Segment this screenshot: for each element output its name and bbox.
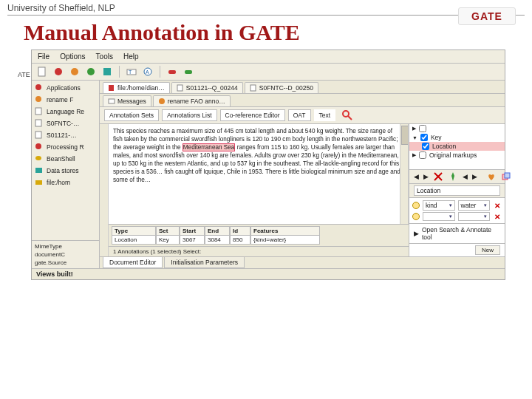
annotation-row[interactable]: Location Key 3067 3084 850 {kind=water}	[112, 236, 406, 245]
search-icon[interactable]	[341, 109, 353, 121]
set-checkbox[interactable]	[419, 151, 426, 159]
sidebar-label: Applications	[47, 84, 81, 92]
menu-options[interactable]: Options	[60, 52, 85, 61]
tab-doc0[interactable]: file:/home/dian…	[103, 82, 170, 93]
token-icon[interactable]: T	[126, 66, 137, 78]
gear-orange-icon	[35, 95, 44, 104]
svg-text:A: A	[146, 69, 149, 75]
feature-key-dropdown[interactable]: kind▾	[423, 200, 455, 211]
svg-rect-21	[177, 85, 183, 91]
tab-doc2[interactable]: S0FNTC--D_00250	[245, 82, 318, 93]
scrollbar-vertical[interactable]	[400, 124, 408, 224]
menu-file[interactable]: File	[38, 52, 50, 61]
gear-red-icon[interactable]	[52, 66, 64, 78]
annotation-sets-panel: ▶ ▼Key Location ▶Original markups ◀ ▶ ◀ …	[409, 124, 505, 256]
pill-red-icon[interactable]	[166, 66, 178, 78]
overlap-icon[interactable]	[501, 171, 511, 182]
sidebar-item-beanshell[interactable]: BeanShell	[32, 153, 99, 165]
type-location[interactable]: Location	[409, 142, 505, 151]
dd-text: kind	[426, 202, 437, 209]
svg-rect-13	[35, 108, 41, 115]
sidebar-label: file:/hom	[47, 179, 70, 186]
btn-text[interactable]: Text	[314, 109, 336, 121]
document-text[interactable]: This species reaches a maximum size of 4…	[109, 124, 409, 224]
gate-logo: GATE	[458, 7, 516, 25]
cell-type: Location	[112, 236, 156, 245]
remove-feature-icon[interactable]: ✕	[493, 212, 502, 221]
chevron-down-icon: ▾	[449, 214, 452, 219]
set-checkbox[interactable]	[419, 125, 426, 132]
tab-messages[interactable]: Messages	[103, 95, 151, 106]
col-id[interactable]: Id	[230, 226, 250, 236]
col-set[interactable]: Set	[156, 226, 180, 236]
nav-next-icon[interactable]: ▶	[423, 173, 429, 180]
btn-coreference[interactable]: Co-reference Editor	[220, 109, 285, 121]
pill-green-icon[interactable]	[183, 66, 194, 78]
col-end[interactable]: End	[205, 226, 230, 236]
sidebar-item-applications[interactable]: Applications	[32, 82, 99, 94]
disk-icon[interactable]	[101, 66, 113, 78]
col-type[interactable]: Type	[112, 226, 156, 236]
sidebar-label: BeanShell	[47, 155, 75, 163]
sidebar-item-doc1[interactable]: S0FNTC-…	[32, 117, 99, 129]
tree-root-label: ATE	[18, 71, 30, 78]
tab-init-params[interactable]: Initialisation Parameters	[164, 257, 245, 268]
set-default[interactable]: ▶	[409, 124, 505, 133]
svg-rect-19	[35, 180, 42, 185]
col-features[interactable]: Features	[250, 226, 320, 236]
btn-oat[interactable]: OAT	[288, 109, 311, 121]
delete-icon[interactable]	[433, 171, 443, 182]
sidebar-item-filehome[interactable]: file:/hom	[32, 177, 99, 188]
nav-next2-icon[interactable]: ▶	[472, 173, 477, 180]
feature-value-dropdown[interactable]: water▾	[458, 200, 491, 211]
annotation-highlight-location[interactable]: Mediterranean Sea	[183, 143, 236, 151]
gear-orange-icon[interactable]	[69, 66, 81, 78]
sidebar-item-language[interactable]: Language Re	[32, 106, 99, 117]
annotation-type-field[interactable]: Location	[414, 185, 500, 196]
menu-tools[interactable]: Tools	[96, 52, 113, 61]
set-original[interactable]: ▶Original markups	[409, 151, 505, 160]
annie-icon[interactable]: A	[142, 66, 154, 78]
expander-icon[interactable]: ▶	[412, 152, 416, 158]
nav-prev-icon[interactable]: ◀	[414, 173, 419, 180]
pin-icon[interactable]	[448, 171, 458, 182]
svg-point-2	[71, 68, 78, 75]
new-set-button[interactable]: New	[475, 245, 500, 255]
svg-rect-9	[168, 70, 176, 74]
sidebar-item-doc2[interactable]: S01121-…	[32, 129, 99, 141]
svg-point-1	[55, 68, 62, 75]
gear-red-icon	[35, 143, 44, 151]
set-checkbox[interactable]	[420, 134, 428, 141]
tab-rename-fao[interactable]: rename FAO anno…	[153, 95, 231, 106]
tab-doc1[interactable]: S01121--Q_00244	[171, 82, 243, 93]
expander-icon[interactable]: ▼	[412, 135, 417, 140]
tab-document-editor[interactable]: Document Editor	[103, 257, 163, 268]
set-key[interactable]: ▼Key	[409, 133, 505, 142]
sidebar-item-processing[interactable]: Processing R	[32, 141, 99, 153]
annotation-selection-bar: 1 Annotations (1 selected) Select:	[109, 246, 409, 256]
cell-set: Key	[156, 236, 180, 245]
menu-help[interactable]: Help	[123, 52, 139, 61]
col-start[interactable]: Start	[180, 226, 205, 236]
gear-orange-icon	[158, 98, 166, 105]
doc-icon	[35, 107, 44, 116]
gear-green-icon[interactable]	[85, 66, 97, 78]
expander-icon[interactable]: ▶	[412, 126, 416, 132]
heart-icon[interactable]	[486, 171, 497, 182]
sidebar-item-rename[interactable]: rename F	[32, 94, 99, 106]
sidebar-label: Data stores	[47, 167, 78, 174]
resource-properties: MimeType documentC gate.Source	[32, 240, 99, 268]
btn-annotations-list[interactable]: Annotations List	[162, 109, 216, 121]
feature-value-dropdown[interactable]: ▾	[458, 212, 491, 221]
annotation-nav: ◀ ▶ ◀ ▶	[409, 169, 505, 183]
feature-key-dropdown[interactable]: ▾	[423, 212, 455, 221]
btn-annotation-sets[interactable]: Annotation Sets	[104, 109, 159, 121]
cell-features: {kind=water}	[250, 236, 320, 245]
svg-point-12	[35, 96, 41, 102]
remove-feature-icon[interactable]: ✕	[493, 201, 502, 210]
nav-prev2-icon[interactable]: ◀	[463, 173, 468, 180]
new-doc-icon[interactable]	[36, 66, 48, 78]
type-checkbox[interactable]	[422, 143, 429, 150]
sidebar-item-datastores[interactable]: Data stores	[32, 165, 99, 177]
open-search-annotate[interactable]: ▶ Open Search & Annotate tool	[409, 223, 505, 243]
